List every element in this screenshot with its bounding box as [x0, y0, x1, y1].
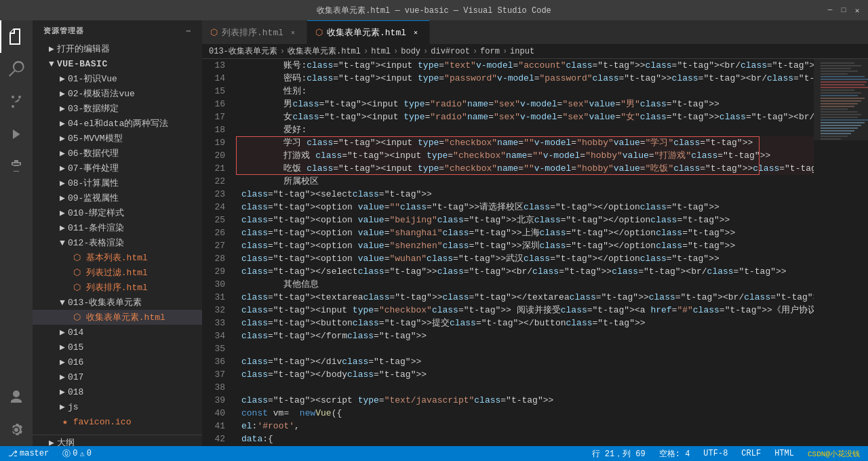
sidebar-item-outline[interactable]: ▶ 大纲 [33, 435, 202, 446]
sidebar-item-07[interactable]: ▶ 07-事件处理 [33, 161, 202, 176]
code-line[interactable]: class="t-tag"><option value="shanghai"cl… [236, 226, 814, 239]
settings-icon[interactable] [0, 414, 33, 446]
sidebar-item-014[interactable]: ▶ 014 [33, 325, 202, 340]
code-line[interactable]: class="t-tag"></bodyclass="t-tag">> [236, 368, 814, 381]
sidebar-item-02[interactable]: ▶ 02-模板语法vue [33, 86, 202, 101]
extensions-icon[interactable] [0, 151, 33, 183]
code-line[interactable]: data:{ [236, 433, 814, 445]
sidebar-item-08[interactable]: ▶ 08-计算属性 [33, 176, 202, 191]
code-line[interactable]: account:'', // 账号 [236, 445, 814, 446]
code-line[interactable]: const vm= new Vue({ [236, 407, 814, 420]
breadcrumb-part[interactable]: input [510, 47, 534, 56]
code-line[interactable]: 性别: [236, 85, 814, 98]
run-icon[interactable] [0, 118, 33, 151]
arrow-icon: ▶ [57, 327, 68, 338]
code-line[interactable]: 其他信息 [236, 278, 814, 291]
language-mode[interactable]: HTML [772, 449, 797, 458]
sidebar-item-06[interactable]: ▶ 06-数据代理 [33, 146, 202, 161]
sidebar-item-012[interactable]: ▼ 012-表格渲染 [33, 235, 202, 250]
sidebar-item-列表过滤[interactable]: ⬡ 列表过滤.html [33, 265, 202, 280]
code-line[interactable]: 学习 class="t-tag"><input type="checkbox" … [236, 136, 814, 149]
code-line[interactable] [236, 342, 814, 355]
code-line[interactable]: class="t-tag"><textareaclass="t-tag">>cl… [236, 291, 814, 304]
code-line[interactable]: el:'#root', [236, 420, 814, 433]
arrow-icon: ▶ [57, 118, 68, 129]
code-line[interactable]: class="t-tag"><input type="checkbox"clas… [236, 304, 814, 317]
code-line[interactable]: class="t-tag"></divclass="t-tag">> [236, 355, 814, 368]
code-line[interactable]: class="t-tag"><buttonclass="t-tag">>提交cl… [236, 317, 814, 329]
code-line[interactable]: class="t-tag"><selectclass="t-tag">> [236, 188, 814, 201]
code-line[interactable]: 密码:class="t-tag"><input type="password" … [236, 72, 814, 85]
sidebar-item-011[interactable]: ▶ 011-条件渲染 [33, 220, 202, 235]
minimize-button[interactable]: ─ [825, 5, 835, 16]
code-line[interactable]: 账号:class="t-tag"><input type="text" v-mo… [236, 59, 814, 72]
tab-close-button[interactable]: ✕ [410, 27, 421, 38]
tab-列表排序[interactable]: ⬡ 列表排序.html ✕ [202, 20, 307, 44]
code-area[interactable]: 账号:class="t-tag"><input type="text" v-mo… [236, 59, 814, 446]
sidebar-item-015[interactable]: ▶ 015 [33, 340, 202, 355]
sidebar-item-01[interactable]: ▶ 01-初识Vue [33, 71, 202, 86]
code-line[interactable]: class="t-tag"></formclass="t-tag">> [236, 329, 814, 342]
sidebar-item-open-editors[interactable]: ▶ 打开的编辑器 [33, 41, 202, 56]
sidebar-item-vue-basic[interactable]: ▼ VUE-BASIC [33, 56, 202, 71]
git-branch[interactable]: ⎇ master [5, 449, 52, 459]
sidebar-item-收集表单元素[interactable]: ⬡ 收集表单元素.html [33, 310, 202, 325]
sidebar-item-列表排序[interactable]: ⬡ 列表排序.html [33, 280, 202, 295]
line-number: 31 [202, 291, 231, 304]
code-line[interactable] [236, 381, 814, 394]
breadcrumb-part[interactable]: 013-收集表单元素 [209, 45, 277, 57]
breadcrumb: 013-收集表单元素 › 收集表单元素.html › html › body ›… [202, 44, 868, 59]
sidebar-item-018[interactable]: ▶ 018 [33, 384, 202, 399]
encoding[interactable]: UTF-8 [701, 449, 730, 458]
sidebar-item-010[interactable]: ▶ 010-绑定样式 [33, 205, 202, 220]
breadcrumb-part[interactable]: div#root [431, 47, 470, 56]
code-line[interactable]: class="t-tag"><option value=""class="t-t… [236, 201, 814, 214]
sidebar-item-favicon[interactable]: ★ favicon.ico [33, 414, 202, 429]
sidebar-item-js[interactable]: ▶ js [33, 399, 202, 414]
tab-收集表单元素[interactable]: ⬡ 收集表单元素.html ✕ [307, 20, 430, 44]
tab-close-button[interactable]: ✕ [288, 27, 298, 38]
code-line[interactable]: class="t-tag"></selectclass="t-tag">>cla… [236, 265, 814, 278]
sidebar-item-03[interactable]: ▶ 03-数据绑定 [33, 101, 202, 116]
code-line[interactable]: class="t-tag"><option value="beijing"cla… [236, 214, 814, 226]
sidebar-item-09[interactable]: ▶ 09-监视属性 [33, 191, 202, 205]
arrow-icon: ▶ [46, 43, 57, 54]
line-ending[interactable]: CRLF [738, 449, 764, 458]
window-controls[interactable]: ─ □ ✕ [825, 5, 863, 16]
maximize-button[interactable]: □ [838, 5, 849, 16]
sidebar-item-016[interactable]: ▶ 016 [33, 355, 202, 369]
errors-warnings[interactable]: ⓪ 0 ⚠ 0 [60, 448, 94, 460]
code-line[interactable]: class="t-tag"><option value="wuhan"class… [236, 252, 814, 265]
breadcrumb-part[interactable]: body [401, 47, 420, 56]
breadcrumb-sep: › [363, 47, 368, 56]
breadcrumb-part[interactable]: 收集表单元素.html [288, 45, 361, 57]
source-control-icon[interactable] [0, 85, 33, 118]
sidebar-item-label: 08-计算属性 [68, 177, 119, 189]
sidebar-item-05[interactable]: ▶ 05-MVVM模型 [33, 131, 202, 146]
breadcrumb-part[interactable]: html [371, 47, 391, 56]
code-line[interactable]: class="t-tag"><script type="text/javascr… [236, 394, 814, 407]
search-icon[interactable] [0, 53, 33, 85]
account-icon[interactable] [0, 381, 33, 414]
code-line[interactable]: 打游戏 class="t-tag"><input type="checkbox"… [236, 149, 814, 162]
sidebar-item-基本列表[interactable]: ⬡ 基本列表.html [33, 250, 202, 265]
sidebar-item-017[interactable]: ▶ 017 [33, 369, 202, 384]
code-line[interactable]: 所属校区 [236, 175, 814, 188]
sidebar-item-013[interactable]: ▼ 013-收集表单元素 [33, 295, 202, 310]
code-line[interactable]: 爱好: [236, 123, 814, 136]
sidebar-header-icons[interactable]: ⋯ [186, 26, 191, 35]
cursor-position[interactable]: 行 21，列 69 [589, 448, 648, 460]
explorer-icon[interactable] [0, 20, 33, 53]
sidebar-item-04[interactable]: ▶ 04-el和data的两种写法 [33, 116, 202, 131]
code-line[interactable]: 吃饭 class="t-tag"><input type="checkbox" … [236, 162, 814, 175]
code-line[interactable]: 女class="t-tag"><input type="radio" name=… [236, 111, 814, 123]
status-right: 行 21，列 69 空格: 4 UTF-8 CRLF HTML CSDN@小花没… [589, 448, 863, 460]
new-file-icon[interactable]: ⋯ [186, 26, 191, 35]
code-line[interactable]: class="t-tag"><option value="shenzhen"cl… [236, 239, 814, 252]
code-line[interactable]: 男class="t-tag"><input type="radio" name=… [236, 98, 814, 111]
breadcrumb-part[interactable]: form [480, 47, 500, 56]
minimap [814, 59, 868, 446]
close-button[interactable]: ✕ [852, 5, 863, 16]
sidebar-item-label: 012-表格渲染 [68, 237, 124, 249]
indent-spaces[interactable]: 空格: 4 [656, 448, 693, 460]
